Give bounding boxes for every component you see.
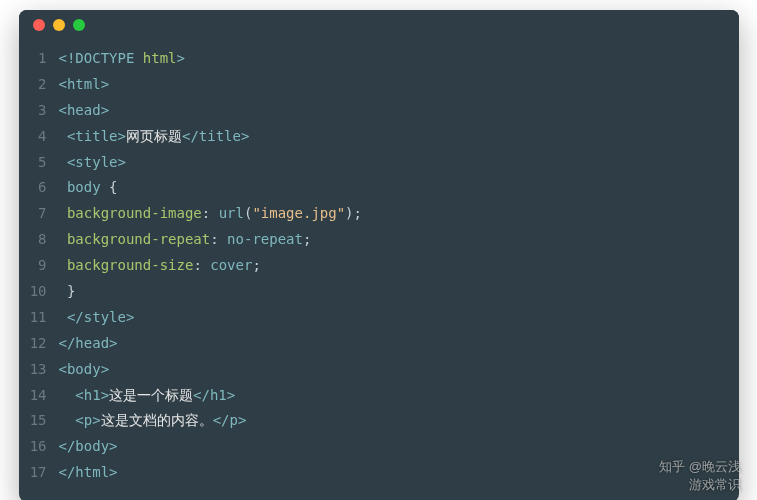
code-content[interactable]: <title>网页标题</title> [59,124,250,150]
code-line[interactable]: 11 </style> [19,305,739,331]
code-line[interactable]: 14 <h1>这是一个标题</h1> [19,383,739,409]
code-content[interactable]: } [59,279,76,305]
line-number: 6 [19,175,59,201]
code-line[interactable]: 4 <title>网页标题</title> [19,124,739,150]
code-line[interactable]: 7 background-image: url("image.jpg"); [19,201,739,227]
code-content[interactable]: </head> [59,331,118,357]
line-number: 14 [19,383,59,409]
code-line[interactable]: 3<head> [19,98,739,124]
line-number: 5 [19,150,59,176]
line-number: 7 [19,201,59,227]
close-icon[interactable] [33,19,45,31]
line-number: 2 [19,72,59,98]
code-line[interactable]: 1<!DOCTYPE html> [19,46,739,72]
code-content[interactable]: <style> [59,150,126,176]
code-content[interactable]: <body> [59,357,110,383]
line-number: 16 [19,434,59,460]
code-line[interactable]: 6 body { [19,175,739,201]
code-content[interactable]: <html> [59,72,110,98]
code-content[interactable]: </html> [59,460,118,486]
line-number: 1 [19,46,59,72]
watermark-top: 知乎 @晚云浅 [659,458,741,476]
code-content[interactable]: background-image: url("image.jpg"); [59,201,362,227]
maximize-icon[interactable] [73,19,85,31]
code-content[interactable]: <p>这是文档的内容。</p> [59,408,247,434]
code-line[interactable]: 15 <p>这是文档的内容。</p> [19,408,739,434]
code-content[interactable]: background-size: cover; [59,253,261,279]
code-content[interactable]: background-repeat: no-repeat; [59,227,312,253]
code-line[interactable]: 2<html> [19,72,739,98]
code-line[interactable]: 8 background-repeat: no-repeat; [19,227,739,253]
line-number: 10 [19,279,59,305]
line-number: 17 [19,460,59,486]
code-line[interactable]: 16</body> [19,434,739,460]
code-line[interactable]: 5 <style> [19,150,739,176]
code-line[interactable]: 10 } [19,279,739,305]
line-number: 12 [19,331,59,357]
code-content[interactable]: <head> [59,98,110,124]
line-number: 4 [19,124,59,150]
line-number: 8 [19,227,59,253]
code-content[interactable]: </body> [59,434,118,460]
code-content[interactable]: </style> [59,305,135,331]
code-area[interactable]: 1<!DOCTYPE html>2<html>3<head>4 <title>网… [19,40,739,500]
editor-window: 1<!DOCTYPE html>2<html>3<head>4 <title>网… [19,10,739,500]
titlebar [19,10,739,40]
code-content[interactable]: body { [59,175,118,201]
code-line[interactable]: 17</html> [19,460,739,486]
code-content[interactable]: <!DOCTYPE html> [59,46,185,72]
watermark-bottom: 游戏常识 [689,476,741,494]
code-line[interactable]: 9 background-size: cover; [19,253,739,279]
line-number: 3 [19,98,59,124]
line-number: 11 [19,305,59,331]
code-line[interactable]: 13<body> [19,357,739,383]
line-number: 13 [19,357,59,383]
code-line[interactable]: 12</head> [19,331,739,357]
minimize-icon[interactable] [53,19,65,31]
line-number: 15 [19,408,59,434]
code-content[interactable]: <h1>这是一个标题</h1> [59,383,236,409]
line-number: 9 [19,253,59,279]
